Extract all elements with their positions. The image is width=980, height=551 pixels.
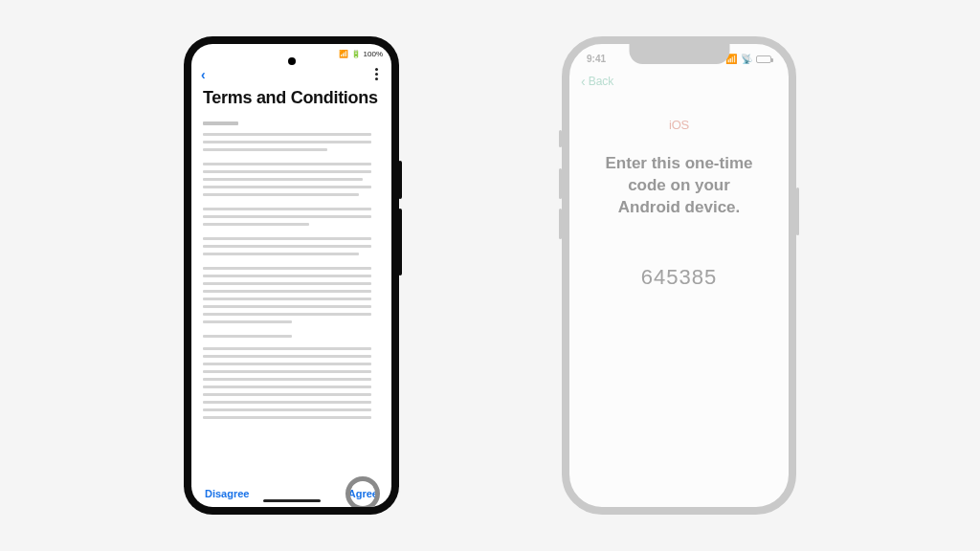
overflow-menu-icon[interactable] — [371, 64, 382, 84]
android-device-frame: 📶 🔋 100% ‹ Terms and Conditions — [184, 36, 399, 515]
back-icon[interactable]: ‹ — [201, 67, 206, 82]
terms-body-text[interactable] — [191, 118, 391, 482]
android-camera-hole — [288, 57, 296, 65]
chevron-left-icon: ‹ — [581, 74, 586, 89]
android-screen: 📶 🔋 100% ‹ Terms and Conditions — [191, 44, 391, 507]
android-power-button — [398, 161, 402, 199]
ios-back-button[interactable]: ‹ Back — [569, 66, 789, 97]
terms-footer: Disagree Agree — [191, 482, 391, 507]
iphone-mute-switch — [559, 130, 562, 147]
iphone-power-button — [796, 187, 799, 235]
iphone-volume-down — [559, 209, 562, 239]
signal-icon: 📶 — [339, 51, 348, 58]
android-volume-button — [398, 209, 402, 276]
battery-icon — [756, 55, 771, 63]
battery-icon: 🔋 — [351, 51, 361, 58]
disagree-button[interactable]: Disagree — [205, 488, 249, 499]
iphone-notch — [629, 43, 729, 64]
ios-instruction-text: Enter this one-time code on your Android… — [598, 153, 760, 219]
ios-platform-label: iOS — [669, 118, 689, 132]
page-title: Terms and Conditions — [191, 84, 391, 118]
android-home-indicator[interactable] — [263, 499, 321, 502]
iphone-screen: 9:41 📶 📡 ‹ Back iOS Enter this one-time … — [569, 44, 789, 507]
iphone-volume-up — [559, 168, 562, 199]
ios-content: iOS Enter this one-time code on your And… — [569, 97, 789, 507]
battery-percent: 100% — [364, 50, 383, 58]
iphone-device-frame: 9:41 📶 📡 ‹ Back iOS Enter this one-time … — [562, 36, 796, 515]
one-time-code: 645385 — [641, 265, 717, 290]
ios-back-label: Back — [589, 75, 614, 88]
agree-button[interactable]: Agree — [348, 488, 378, 499]
ios-status-time: 9:41 — [587, 54, 606, 64]
wifi-icon: 📡 — [741, 54, 752, 64]
